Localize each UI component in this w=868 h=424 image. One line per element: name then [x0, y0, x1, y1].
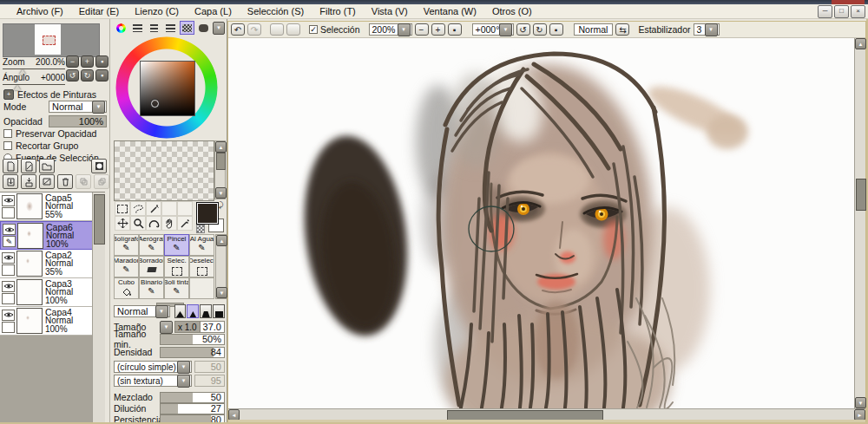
layer-checkbox[interactable]	[2, 293, 15, 304]
menu-editar[interactable]: Editar (E)	[71, 4, 127, 19]
min-size-slider[interactable]: 50%	[160, 334, 225, 345]
rotate-reset-button[interactable]: ▪	[95, 69, 108, 82]
mode-select[interactable]: Normal ▾	[49, 101, 107, 113]
layer-mask-button[interactable]	[91, 159, 107, 173]
layer-item[interactable]: Capa3 Normal 100%	[0, 278, 105, 307]
dilution-slider[interactable]: 27	[160, 403, 225, 414]
clear-layer-button[interactable]	[39, 174, 55, 189]
magic-wand-icon[interactable]	[146, 201, 161, 216]
eyedropper-icon[interactable]	[177, 216, 193, 231]
hsv-sliders-tab-icon[interactable]	[147, 21, 161, 35]
navigator-preview[interactable]	[3, 23, 100, 57]
chevron-down-icon[interactable]: ▾	[705, 23, 718, 36]
new-layer-button[interactable]	[3, 159, 18, 173]
brush-texture-select[interactable]: (sin textura) ▾	[114, 375, 192, 387]
panel-menu-dropdown[interactable]: ▾	[213, 22, 225, 35]
chevron-down-icon[interactable]: ▾	[155, 305, 168, 318]
restore-button[interactable]: □	[834, 5, 849, 18]
menu-archivo[interactable]: Archivo (F)	[9, 4, 71, 19]
scroll-down-icon[interactable]: ▼	[216, 287, 227, 298]
chevron-down-icon[interactable]: ▾	[92, 101, 105, 114]
layer-checkbox[interactable]	[2, 207, 15, 219]
new-folder-button[interactable]	[39, 159, 55, 173]
color-wheel[interactable]	[114, 36, 220, 139]
color-wheel-tab-icon[interactable]	[114, 21, 128, 35]
scratchpad-tab-icon[interactable]	[196, 21, 211, 35]
menu-lienzo[interactable]: Lienzo (C)	[127, 4, 187, 19]
tool-boli-tinta[interactable]: Boli tinta✎	[164, 277, 189, 299]
canvas-viewport[interactable]	[228, 38, 854, 408]
eye-icon[interactable]	[2, 195, 15, 206]
tool-empty-slot[interactable]	[189, 277, 214, 299]
mix-slider[interactable]: 50	[160, 392, 225, 403]
zoom-reset-button[interactable]: ▪	[95, 55, 108, 68]
menu-filtro[interactable]: Filtro (T)	[312, 4, 364, 19]
paint-effects-header[interactable]: + Efectos de Pinturas	[3, 89, 96, 100]
brush-blend-select[interactable]: Normal ▾	[114, 305, 170, 317]
redo-button[interactable]: ↷	[247, 23, 261, 36]
swatches-scroll-thumb[interactable]	[216, 153, 226, 170]
tool-seleccionar[interactable]: Selec.	[164, 256, 189, 277]
lasso-icon[interactable]	[130, 201, 146, 216]
preserve-opacity-row[interactable]: Preservar Opacidad	[3, 128, 99, 139]
empty-tool-slot[interactable]	[177, 201, 193, 216]
menu-vista[interactable]: Vista (V)	[364, 4, 416, 19]
scroll-up-icon[interactable]: ▲	[855, 38, 866, 49]
swatches-area[interactable]	[114, 140, 214, 201]
canvas-zoom-reset-button[interactable]: ▪	[448, 23, 462, 36]
color-picker-cursor[interactable]	[151, 100, 159, 108]
layer-checkbox[interactable]	[2, 322, 15, 333]
layer-item-selected[interactable]: ✎ Capa6 Normal 100%	[0, 221, 105, 250]
clipping-group-row[interactable]: Recortar Grupo	[3, 140, 99, 151]
navigator-view-rect[interactable]	[43, 36, 56, 45]
vertical-scrollbar[interactable]: ▲ ▼	[854, 38, 865, 408]
rgb-sliders-tab-icon[interactable]	[130, 21, 145, 35]
eye-icon[interactable]	[2, 252, 15, 264]
density-slider[interactable]: 84	[160, 347, 225, 358]
scroll-down-icon[interactable]: ▼	[855, 397, 866, 408]
canvas-rotation-select[interactable]: +000° ▾	[472, 23, 514, 36]
swatches-tab-icon[interactable]	[180, 21, 194, 35]
chevron-down-icon[interactable]: ▾	[177, 361, 190, 374]
tool-cubo[interactable]: Cubo	[114, 277, 139, 299]
menu-ventana[interactable]: Ventana (W)	[416, 4, 484, 19]
mixer-sliders-tab-icon[interactable]	[163, 21, 178, 35]
scroll-up-icon[interactable]: ▲	[216, 235, 227, 246]
selection-checkbox[interactable]: ✓	[309, 25, 318, 34]
layer-item[interactable]: Capa5 Normal 55%	[0, 192, 105, 221]
rotate-view-icon[interactable]	[146, 216, 161, 231]
size-slider[interactable]: x 1.0 37.0	[174, 321, 225, 333]
eye-icon[interactable]	[3, 224, 16, 235]
canvas-drawing[interactable]	[228, 38, 854, 408]
canvas-zoom-in-button[interactable]: +	[431, 23, 445, 36]
canvas-rotate-ccw-button[interactable]: ↺	[516, 23, 530, 36]
stabilizer-select[interactable]: 3 ▾	[694, 23, 720, 36]
canvas-zoom-out-button[interactable]: −	[415, 23, 429, 36]
brush-edge-hard-button[interactable]	[174, 304, 187, 318]
rect-select-icon[interactable]	[115, 201, 130, 216]
tool-aerografo[interactable]: Aerógraf✎	[139, 234, 164, 256]
chevron-down-icon[interactable]: ▾	[398, 23, 411, 36]
tool-borrador[interactable]: Borrador	[139, 256, 164, 277]
eye-icon[interactable]	[2, 281, 15, 292]
opacity-slider[interactable]: 100%	[49, 115, 107, 127]
eye-icon[interactable]	[2, 310, 15, 321]
pencil-icon[interactable]: ✎	[3, 236, 16, 247]
brush-edge-round-button[interactable]	[200, 304, 212, 318]
new-linework-layer-button[interactable]	[21, 159, 36, 173]
tool-deseleccionar[interactable]: Deselec.	[189, 256, 214, 277]
zoom-tool-icon[interactable]	[130, 216, 146, 231]
chevron-down-icon[interactable]: ▾	[499, 23, 511, 36]
rotate-cw-button[interactable]: ↻	[81, 69, 94, 82]
swatches-scrollbar[interactable]: ▲ ▼	[214, 140, 226, 199]
minimize-button[interactable]: ─	[818, 5, 832, 18]
scroll-up-icon[interactable]: ▲	[215, 141, 227, 153]
merge-down-button[interactable]	[21, 174, 36, 189]
empty-tool-slot[interactable]	[161, 201, 177, 216]
tool-pincel[interactable]: Pincel✎	[164, 234, 189, 256]
brush-edge-soft-button[interactable]	[187, 304, 199, 318]
foreground-color-swatch[interactable]	[196, 202, 219, 225]
layers-scrollbar[interactable]	[92, 192, 105, 424]
saturation-value-square[interactable]	[140, 61, 195, 116]
brush-edge-flat-button[interactable]	[213, 304, 225, 318]
